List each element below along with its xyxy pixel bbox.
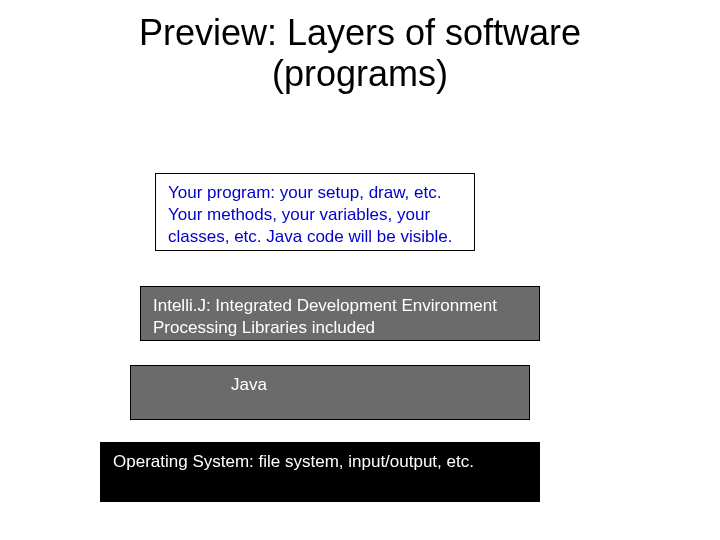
layer-box-intellij: Intelli.J: Integrated Development Enviro… xyxy=(140,286,540,341)
slide-title: Preview: Layers of software (programs) xyxy=(0,12,720,95)
layer-box-java: Java xyxy=(130,365,530,420)
layer-text-java: Java xyxy=(231,375,267,394)
slide: Preview: Layers of software (programs) Y… xyxy=(0,0,720,540)
layer-text-operating-system: Operating System: file system, input/out… xyxy=(113,452,474,471)
layer-box-your-program: Your program: your setup, draw, etc. You… xyxy=(155,173,475,251)
layer-text-intellij: Intelli.J: Integrated Development Enviro… xyxy=(153,296,497,337)
layer-box-operating-system: Operating System: file system, input/out… xyxy=(100,442,540,502)
layer-text-your-program: Your program: your setup, draw, etc. You… xyxy=(168,183,452,246)
